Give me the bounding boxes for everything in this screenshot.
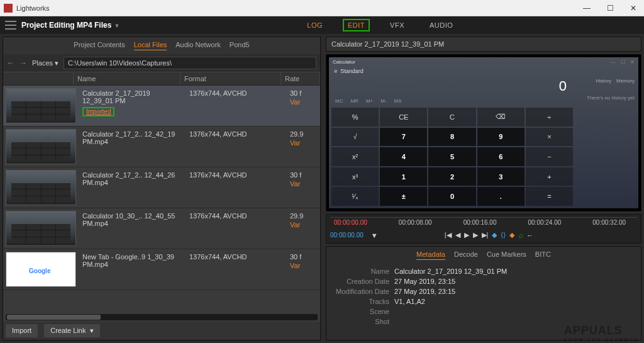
ruler-mark[interactable]: 00:00:24.00 xyxy=(528,219,561,226)
subtab-audio-network[interactable]: Audio Network xyxy=(175,41,221,50)
meta-modification-date[interactable]: 27 May 2019, 23:15 xyxy=(394,288,455,295)
current-time: 00:00:00.00 xyxy=(330,232,364,239)
file-row[interactable]: Calculator 2_17_2.. 12_44_26 PM.mp4 1376… xyxy=(3,167,320,208)
file-row[interactable]: New Tab - Google..9 1_30_39 PM.mp4 1376x… xyxy=(3,249,320,290)
column-name[interactable]: Name xyxy=(74,72,180,85)
thumbnail xyxy=(6,211,76,246)
file-browser-panel: Project Contents Local Files Audio Netwo… xyxy=(3,37,321,340)
tab-vfx[interactable]: VFX xyxy=(385,19,409,31)
path-input[interactable]: C:\Users\win 10\Videos\Captures\ xyxy=(64,57,316,69)
calc-key: 4 xyxy=(380,147,427,166)
tab-audio[interactable]: AUDIO xyxy=(425,19,458,31)
preview-title: Calculator 2_17_2019 12_39_01 PM xyxy=(326,37,641,52)
chevron-down-icon[interactable]: ▼ xyxy=(371,232,378,239)
play-icon[interactable]: ▶ xyxy=(464,231,469,239)
meta-creation-date[interactable]: 27 May 2019, 23:15 xyxy=(394,278,455,285)
thumbnail xyxy=(6,88,76,123)
calc-key: C xyxy=(428,108,475,127)
file-format: 1376x744, AVCHD xyxy=(186,86,286,126)
ruler-mark[interactable]: 00:00:32.00 xyxy=(592,219,626,226)
calc-key: 6 xyxy=(477,147,525,166)
file-name: Calculator 2_17_2.. 12_44_26 PM.mp4 xyxy=(79,167,186,208)
cue-icon[interactable]: ⌂ xyxy=(518,232,523,239)
video-preview[interactable]: Calculator —☐✕ ≡ Standard 0 MCMRM+M-MS %… xyxy=(326,54,641,211)
create-link-button[interactable]: Create Link ▾ xyxy=(44,324,99,337)
tab-decode[interactable]: Decode xyxy=(454,250,478,260)
calc-key: 7 xyxy=(380,128,427,147)
file-format: 1376x744, AVCHD xyxy=(186,249,286,290)
app-icon xyxy=(4,4,13,13)
ruler-mark[interactable]: 00:00:08.00 xyxy=(399,219,432,226)
project-title[interactable]: Project Editing MP4 Files▼ xyxy=(21,21,119,30)
tab-edit[interactable]: EDIT xyxy=(343,19,370,31)
mark-in-icon[interactable]: ◆ xyxy=(492,231,497,239)
mark-out-icon[interactable]: ◆ xyxy=(509,231,514,239)
subtab-project-contents[interactable]: Project Contents xyxy=(74,41,125,50)
marker-icon[interactable]: ⟨⟩ xyxy=(501,231,506,239)
window-title: Lightworks xyxy=(16,4,579,12)
app-topbar: Project Editing MP4 Files▼ LOG EDIT VFX … xyxy=(0,16,644,34)
calc-key: + xyxy=(526,167,573,186)
places-dropdown[interactable]: Places ▾ xyxy=(32,59,58,67)
tab-log[interactable]: LOG xyxy=(302,19,328,31)
file-list: Calculator 2_17_2019 12_39_01 PMImported… xyxy=(3,86,320,313)
file-row[interactable]: Calculator 10_30_.. 12_40_55 PM.mp4 1376… xyxy=(3,208,320,249)
calc-key: √ xyxy=(331,128,379,147)
subtab-pond5[interactable]: Pond5 xyxy=(230,41,250,50)
file-name: New Tab - Google..9 1_30_39 PM.mp4 xyxy=(79,249,186,290)
file-format: 1376x744, AVCHD xyxy=(186,167,286,208)
calc-key: . xyxy=(477,187,525,206)
calc-key: ¹⁄ₓ xyxy=(331,187,379,206)
calc-key: ⌫ xyxy=(477,108,525,127)
calc-key: = xyxy=(526,187,573,206)
tab-cue-markers[interactable]: Cue Markers xyxy=(487,250,526,260)
file-name: Calculator 2_17_2.. 12_42_19 PM.mp4 xyxy=(79,127,186,167)
calc-key: CE xyxy=(380,108,427,127)
close-button[interactable]: ✕ xyxy=(626,3,640,14)
menu-icon[interactable] xyxy=(5,21,16,30)
tab-bitc[interactable]: BITC xyxy=(535,250,551,260)
step-forward-icon[interactable]: ▶ xyxy=(473,231,478,239)
file-format: 1376x744, AVCHD xyxy=(186,208,286,249)
calc-display: 0 xyxy=(329,76,575,97)
skip-start-icon[interactable]: |◀ xyxy=(445,231,452,239)
calc-key: 2 xyxy=(428,167,475,186)
meta-name[interactable]: Calculator 2_17_2019 12_39_01 PM xyxy=(394,267,507,275)
file-row[interactable]: Calculator 2_17_2.. 12_42_19 PM.mp4 1376… xyxy=(3,127,320,167)
calc-key: x³ xyxy=(331,167,379,186)
watermark: APPUALS FROM THE EXPERTS xyxy=(564,324,639,342)
skip-end-icon[interactable]: ▶| xyxy=(482,231,489,239)
imported-badge: Imported xyxy=(82,107,114,116)
calc-key: % xyxy=(331,108,379,127)
tab-metadata[interactable]: Metadata xyxy=(416,250,445,260)
column-rate[interactable]: Rate xyxy=(281,72,320,85)
subtab-local-files[interactable]: Local Files xyxy=(134,41,167,50)
preview-content-calculator: Calculator —☐✕ ≡ Standard 0 MCMRM+M-MS %… xyxy=(329,57,638,208)
window-titlebar: Lightworks — ☐ ✕ xyxy=(0,0,644,16)
calc-key: − xyxy=(526,147,573,166)
horizontal-scrollbar[interactable] xyxy=(6,314,318,320)
maximize-button[interactable]: ☐ xyxy=(603,3,618,14)
ruler-mark[interactable]: 00:00:00.00 xyxy=(334,219,367,226)
step-back-icon[interactable]: ◀ xyxy=(455,231,460,239)
chevron-down-icon: ▼ xyxy=(114,23,119,29)
file-name: Calculator 10_30_.. 12_40_55 PM.mp4 xyxy=(79,208,186,249)
column-format[interactable]: Format xyxy=(180,72,281,85)
import-button[interactable]: Import xyxy=(6,324,38,337)
calc-key: 5 xyxy=(428,147,475,166)
minimize-button[interactable]: — xyxy=(579,3,594,14)
ruler-mark[interactable]: 00:00:16.00 xyxy=(464,219,497,226)
more-icon[interactable]: ← xyxy=(526,232,533,239)
file-row[interactable]: Calculator 2_17_2019 12_39_01 PMImported… xyxy=(3,86,320,127)
file-name: Calculator 2_17_2019 12_39_01 PM xyxy=(82,89,150,104)
thumbnail xyxy=(6,252,76,287)
meta-tracks[interactable]: V1, A1,A2 xyxy=(394,298,425,305)
nav-forward-icon[interactable]: → xyxy=(19,59,27,67)
timeline-panel: 00:00:00.00 00:00:08.00 00:00:16.00 00:0… xyxy=(326,214,641,244)
nav-back-icon[interactable]: ← xyxy=(7,59,14,67)
thumbnail xyxy=(6,129,76,164)
calc-key: 8 xyxy=(428,128,475,147)
calc-key: x² xyxy=(331,147,379,166)
column-thumbnail[interactable] xyxy=(3,72,74,85)
calc-key: ÷ xyxy=(526,108,573,127)
